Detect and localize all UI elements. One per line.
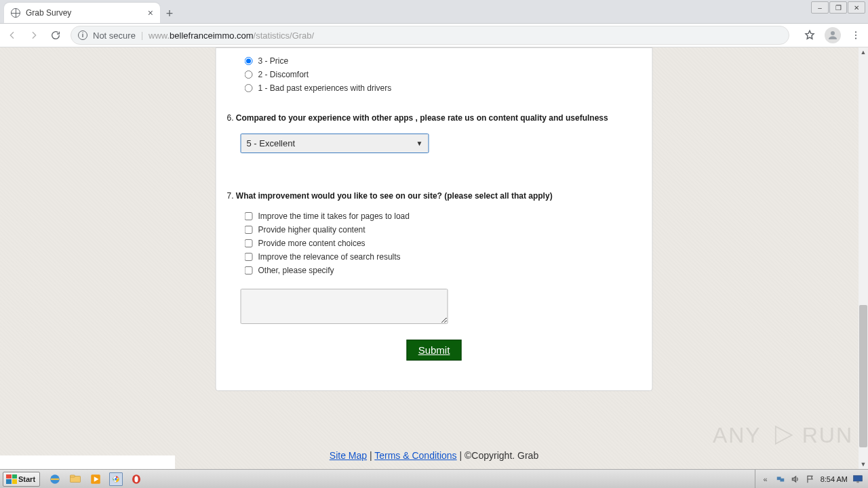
checkbox-option[interactable]: Other, please specify [245, 266, 642, 275]
chrome-taskbar-icon[interactable] [109, 472, 123, 486]
anyrun-watermark: ANY RUN [713, 420, 853, 450]
taskbar: Start « 8:54 AM [0, 469, 868, 488]
checkbox-label: Provide more content choices [258, 239, 366, 248]
minimize-button[interactable]: – [811, 1, 829, 14]
radio-option[interactable]: 3 - Price [245, 56, 642, 66]
svg-point-13 [134, 476, 138, 482]
tab-title: Grab Survey [26, 8, 142, 18]
svg-point-1 [855, 31, 856, 33]
survey-card: 3 - Price 2 - Discomfort 1 - Bad past ex… [216, 47, 653, 391]
status-strip [0, 455, 175, 469]
not-secure-label: Not secure [93, 30, 136, 41]
radio-input[interactable] [245, 84, 253, 92]
radio-input[interactable] [245, 70, 253, 79]
address-bar: i Not secure | www.bellefranceimmo.com/s… [0, 24, 868, 47]
quick-launch [43, 472, 149, 486]
back-button[interactable] [5, 28, 19, 42]
question-6: 6. Compared to your experience with othe… [227, 113, 642, 123]
reload-button[interactable] [49, 28, 62, 42]
kebab-menu-icon[interactable] [849, 28, 863, 42]
explorer-icon[interactable] [68, 472, 82, 486]
opera-icon[interactable] [130, 472, 143, 486]
clock[interactable]: 8:54 AM [821, 475, 848, 483]
browser-tabstrip: . Grab Survey × + – ❐ ✕ [0, 0, 868, 24]
windows-flag-icon [6, 474, 17, 484]
checkbox-label: Improve the relevance of search results [258, 252, 401, 262]
terms-link[interactable]: Terms & Conditions [374, 450, 456, 461]
start-button[interactable]: Start [3, 472, 40, 487]
radio-option[interactable]: 1 - Bad past experiences with drivers [245, 83, 642, 93]
scroll-up-arrow-icon[interactable]: ▲ [859, 47, 868, 57]
radio-label: 3 - Price [258, 56, 289, 66]
scroll-down-arrow-icon[interactable]: ▼ [859, 460, 868, 469]
sitemap-link[interactable]: Site Map [330, 450, 367, 461]
window-controls: – ❐ ✕ [811, 1, 865, 14]
copyright-text: ©Copyright. Grab [465, 450, 538, 461]
checkbox-label: Other, please specify [258, 266, 334, 275]
checkbox-input[interactable] [245, 253, 253, 261]
svg-rect-15 [780, 478, 784, 481]
svg-point-2 [855, 35, 856, 36]
svg-marker-4 [776, 426, 792, 444]
show-desktop-icon[interactable] [853, 474, 863, 484]
rating-select[interactable]: 5 - Excellent ▼ [241, 134, 429, 153]
checkbox-input[interactable] [245, 239, 253, 247]
checkbox-option[interactable]: Provide more content choices [245, 239, 642, 248]
svg-rect-16 [854, 475, 863, 481]
browser-tab[interactable]: . Grab Survey × [4, 3, 160, 23]
close-window-button[interactable]: ✕ [848, 1, 865, 14]
vertical-scrollbar[interactable]: ▲ ▼ [859, 47, 868, 469]
checkbox-input[interactable] [245, 266, 253, 274]
submit-button[interactable]: Submit [407, 340, 462, 361]
volume-icon[interactable] [791, 474, 800, 484]
flag-icon[interactable] [806, 474, 815, 484]
radio-label: 1 - Bad past experiences with drivers [258, 83, 392, 93]
scroll-thumb[interactable] [859, 305, 867, 447]
tray-expand-icon[interactable]: « [761, 474, 770, 484]
system-tray: « 8:54 AM [755, 470, 868, 488]
ie-icon[interactable] [48, 472, 62, 486]
close-icon[interactable]: × [148, 8, 153, 18]
question-7: 7. What improvement would you like to se… [227, 191, 642, 201]
other-specify-textarea[interactable] [241, 289, 448, 324]
network-icon[interactable] [776, 474, 785, 484]
radio-label: 2 - Discomfort [258, 70, 309, 79]
svg-point-3 [855, 38, 856, 39]
checkbox-input[interactable] [245, 226, 253, 234]
checkbox-option[interactable]: Improve the relevance of search results [245, 252, 642, 262]
bookmark-star-icon[interactable] [803, 28, 816, 42]
svg-rect-17 [856, 481, 859, 482]
page-viewport: 3 - Price 2 - Discomfort 1 - Bad past ex… [0, 47, 868, 469]
checkbox-option[interactable]: Improve the time it takes for pages to l… [245, 211, 642, 221]
url-text: www.bellefranceimmo.com/statistics/Grab/ [149, 30, 314, 41]
svg-rect-7 [71, 475, 75, 477]
checkbox-option[interactable]: Provide higher quality content [245, 225, 642, 235]
checkbox-label: Improve the time it takes for pages to l… [258, 211, 410, 221]
globe-icon: . [11, 8, 20, 18]
forward-button[interactable] [27, 28, 41, 42]
address-field[interactable]: i Not secure | www.bellefranceimmo.com/s… [71, 26, 789, 45]
checkbox-input[interactable] [245, 212, 253, 220]
radio-option[interactable]: 2 - Discomfort [245, 70, 642, 79]
new-tab-button[interactable]: + [160, 4, 179, 23]
media-icon[interactable] [89, 472, 102, 486]
svg-point-0 [831, 31, 835, 35]
checkbox-label: Provide higher quality content [258, 225, 366, 235]
radio-input[interactable] [245, 57, 253, 65]
play-icon [767, 420, 797, 450]
info-icon[interactable]: i [78, 30, 87, 40]
profile-avatar[interactable] [825, 27, 841, 43]
select-value: 5 - Excellent [247, 138, 296, 148]
chevron-down-icon: ▼ [416, 140, 423, 147]
maximize-button[interactable]: ❐ [829, 1, 847, 14]
